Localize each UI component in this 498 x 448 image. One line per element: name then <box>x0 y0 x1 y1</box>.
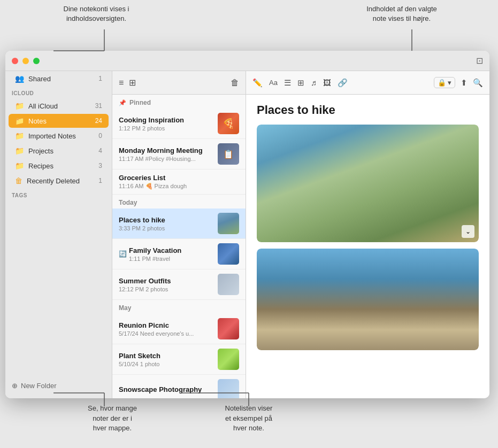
shared-icon: 👥 <box>15 74 24 83</box>
sidebar-section-tags: Tags <box>5 188 112 200</box>
note-item-plant[interactable]: Plant Sketch 5/10/24 1 photo <box>112 344 246 375</box>
audio-icon[interactable]: ♬ <box>311 78 317 87</box>
pizza-thumb-image: 🍕 <box>218 113 239 134</box>
note-meta: 5/17/24 Need everyone's u... <box>119 330 212 337</box>
lock-button[interactable]: 🔒 ▾ <box>434 77 455 88</box>
note-editor-panel: ✏️ Aa ☰ ⊞ ♬ 🖼 🔗 🔒 ▾ ⬆ 🔍 <box>246 71 489 398</box>
link-icon[interactable]: 🔗 <box>338 78 348 88</box>
sidebar-item-count: 31 <box>95 102 102 110</box>
note-meta: 1:12 PM 2 photos <box>119 125 212 132</box>
callout-bottom-right: Notelisten viser et eksempel på hver not… <box>203 404 294 433</box>
sidebar-item-count: 1 <box>98 177 102 184</box>
dropdown-arrow: ▾ <box>448 79 451 87</box>
may-section-header: May <box>112 300 246 314</box>
picnic-thumb-image <box>218 318 239 339</box>
app-window: ⊡ 👥 Shared 1 iCloud 📁 All iCloud 31 📁 <box>5 51 489 398</box>
table-icon[interactable]: ⊞ <box>297 78 304 88</box>
plus-icon: ⊕ <box>12 382 18 390</box>
close-button[interactable] <box>12 58 18 64</box>
note-thumbnail <box>218 379 239 398</box>
note-item-text: Family Vacation 1:11 PM #travel <box>129 246 212 262</box>
new-folder-button[interactable]: ⊕ New Folder <box>12 380 105 392</box>
note-thumbnail <box>218 213 239 234</box>
hike-landscape-image-1: ⌄ <box>257 125 479 242</box>
compose-icon[interactable]: ✏️ <box>252 78 263 88</box>
note-item-text: Places to hike 3:33 PM 2 photos <box>119 216 212 231</box>
note-title: Cooking Inspiration <box>119 116 212 124</box>
note-item-text: Monday Morning Meeting 11:17 AM #Policy … <box>119 146 212 162</box>
sidebar-item-recipes[interactable]: 📁 Recipes 3 <box>9 159 109 173</box>
note-item-text: Snowscape Photography <box>119 385 212 395</box>
sidebar-item-label: Imported Notes <box>28 132 94 140</box>
note-thumbnail <box>218 274 239 295</box>
note-title: Plant Sketch <box>119 352 212 360</box>
sidebar-item-notes[interactable]: 📁 Notes 24 <box>9 114 109 128</box>
note-title: Places to hike <box>119 216 212 224</box>
list-view-icon[interactable]: ≡ <box>119 78 124 88</box>
sidebar-item-count: 1 <box>98 75 102 82</box>
checklist-icon[interactable]: ☰ <box>284 78 291 88</box>
main-content: 👥 Shared 1 iCloud 📁 All iCloud 31 📁 Note… <box>5 71 489 398</box>
editor-content[interactable]: Places to hike ⌄ <box>246 95 489 398</box>
note-meta: 3:33 PM 2 photos <box>119 225 212 231</box>
minimize-button[interactable] <box>22 58 29 64</box>
shared-note-icon: 🔄 <box>119 250 127 258</box>
note-title: Snowscape Photography <box>119 385 212 393</box>
note-item-text: Summer Outfits 12:12 PM 2 photos <box>119 277 212 292</box>
note-meta: 12:12 PM 2 photos <box>119 286 212 292</box>
hike-landscape-image-2 <box>257 249 479 350</box>
expand-button[interactable]: ⌄ <box>462 225 474 238</box>
sidebar-item-count: 24 <box>95 117 102 125</box>
sidebar-item-label: Recently Deleted <box>27 177 94 185</box>
note-item-text: Plant Sketch 5/10/24 1 photo <box>119 352 212 367</box>
sidebar-section-icloud: iCloud <box>5 86 112 98</box>
note-thumbnail <box>218 318 239 339</box>
note-item-snow[interactable]: Snowscape Photography <box>112 375 246 398</box>
callout-top-left: Dine notekonti vises i indholdsoversigte… <box>53 4 139 24</box>
pin-icon: 📌 <box>119 99 126 106</box>
pinned-header-label: Pinned <box>129 99 151 106</box>
sidebar-item-count: 4 <box>98 147 102 155</box>
note-item-text: Groceries List 11:16 AM 🍕 Pizza dough <box>119 174 239 190</box>
editor-image-2 <box>257 249 479 350</box>
today-header-label: Today <box>119 199 137 206</box>
sidebar-item-label: Recipes <box>28 162 94 170</box>
today-section-header: Today <box>112 195 246 208</box>
note-meta: 11:16 AM 🍕 Pizza dough <box>119 183 239 190</box>
callout-top-right: Indholdet af den valgte note vises til h… <box>354 4 450 24</box>
sidebar-toggle-icon[interactable]: ⊡ <box>476 56 483 66</box>
sidebar-item-imported-notes[interactable]: 📁 Imported Notes 0 <box>9 129 109 143</box>
delete-icon[interactable]: 🗑 <box>231 78 239 88</box>
sidebar-item-label: Shared <box>28 75 94 83</box>
note-item-cooking[interactable]: Cooking Inspiration 1:12 PM 2 photos 🍕 <box>112 109 246 139</box>
sidebar-item-count: 0 <box>98 132 102 140</box>
all-icloud-folder-icon: 📁 <box>15 102 24 110</box>
note-thumbnail <box>218 349 239 370</box>
note-title: Monday Morning Meeting <box>119 146 212 155</box>
note-thumbnail: 📋 <box>218 143 239 165</box>
media-icon[interactable]: 🖼 <box>323 78 331 87</box>
grid-view-icon[interactable]: ⊞ <box>129 78 136 88</box>
sidebar-item-shared[interactable]: 👥 Shared 1 <box>9 72 109 86</box>
note-item-picnic[interactable]: Reunion Picnic 5/17/24 Need everyone's u… <box>112 314 246 344</box>
note-item-text: Reunion Picnic 5/17/24 Need everyone's u… <box>119 321 212 337</box>
font-icon[interactable]: Aa <box>269 79 278 87</box>
note-thumbnail <box>218 243 239 265</box>
note-meta: 11:17 AM #Policy #Housing... <box>119 156 212 162</box>
sidebar-item-all-icloud[interactable]: 📁 All iCloud 31 <box>9 99 109 113</box>
sidebar-item-projects[interactable]: 📁 Projects 4 <box>9 144 109 158</box>
sidebar-item-recently-deleted[interactable]: 🗑 Recently Deleted 1 <box>9 174 109 188</box>
note-item-vacation[interactable]: 🔄 Family Vacation 1:11 PM #travel <box>112 239 246 269</box>
snow-thumb-image <box>218 379 239 398</box>
maximize-button[interactable] <box>33 58 40 64</box>
note-item-meeting[interactable]: Monday Morning Meeting 11:17 AM #Policy … <box>112 139 246 169</box>
search-icon[interactable]: 🔍 <box>473 78 483 88</box>
share-icon[interactable]: ⬆ <box>461 78 468 88</box>
note-item-groceries[interactable]: Groceries List 11:16 AM 🍕 Pizza dough <box>112 169 246 195</box>
note-item-hike[interactable]: Places to hike 3:33 PM 2 photos <box>112 208 246 239</box>
annotation-area: Dine notekonti vises i indholdsoversigte… <box>0 0 498 448</box>
note-list-toolbar: ≡ ⊞ 🗑 <box>112 71 246 95</box>
note-item-outfits[interactable]: Summer Outfits 12:12 PM 2 photos <box>112 269 246 300</box>
editor-toolbar: ✏️ Aa ☰ ⊞ ♬ 🖼 🔗 🔒 ▾ ⬆ 🔍 <box>246 71 489 95</box>
sidebar-item-label: All iCloud <box>28 102 91 110</box>
